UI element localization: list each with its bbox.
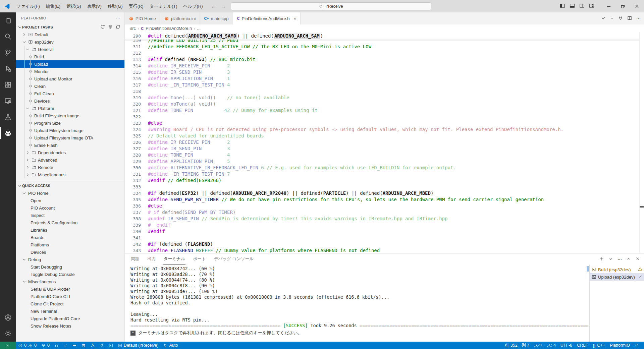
sidebar-item-monitor[interactable]: Monitor [16, 68, 124, 75]
sidebar-item-platforms[interactable]: Platforms [16, 241, 124, 248]
panel-tab-[interactable]: デバッグ コンソール [214, 253, 254, 265]
tab-pindefinitionsandmore-h[interactable]: CPinDefinitionsAndMore.h× [233, 12, 301, 24]
nav-forward[interactable]: → [221, 3, 226, 9]
statusbar-pio-build[interactable] [61, 342, 70, 349]
sidebar-item-esp32dev[interactable]: esp32dev [16, 38, 124, 46]
activitybar-platformio[interactable] [0, 125, 16, 141]
activitybar-source-control[interactable] [0, 45, 16, 61]
statusbar-pio-serial-port[interactable]: Auto [161, 342, 180, 349]
sidebar-item-upgrade-platformio-core[interactable]: Upgrade PlatformIO Core [16, 315, 124, 322]
tab-platformio-ini[interactable]: platformio.ini [160, 12, 200, 24]
tab-main-cpp[interactable]: C+main.cpp [200, 12, 233, 24]
more-actions[interactable]: ⋯ [636, 16, 641, 21]
section-quick-access[interactable]: QUICK ACCESS [16, 182, 124, 189]
breadcrumb-symbol[interactable]: ... [197, 26, 201, 31]
sidebar-item-platformio-core-cli[interactable]: PlatformIO Core CLI [16, 293, 124, 300]
nav-back[interactable]: ← [211, 3, 216, 9]
code-editor[interactable]: 290#elif defined(ARDUINO_ARCH_SAMD) || d… [125, 33, 644, 253]
statusbar-pio-test[interactable] [88, 342, 97, 349]
statusbar-pio-serial-monitor[interactable] [97, 342, 106, 349]
statusbar-pio-home[interactable] [52, 342, 61, 349]
toggle-panel[interactable] [570, 3, 575, 9]
sidebar-item-inspect[interactable]: Inspect [16, 212, 124, 219]
group-tasks[interactable] [108, 24, 113, 30]
statusbar-pio-ports[interactable]: 0 [39, 342, 52, 349]
sidebar-item-clean[interactable]: Clean [16, 82, 124, 90]
statusbar-remote-indicator[interactable] [0, 342, 16, 349]
panel-tab-[interactable]: 出力 [147, 253, 156, 265]
sidebar-item-general[interactable]: General [16, 46, 124, 53]
statusbar-problems[interactable]: 00 [16, 342, 39, 349]
tab-pio-home[interactable]: PIO Home [125, 12, 160, 24]
statusbar-notifications[interactable] [632, 342, 641, 349]
sidebar-item-upload-filesystem-image[interactable]: Upload Filesystem Image [16, 127, 124, 134]
customize-layout[interactable] [589, 3, 594, 9]
restore[interactable] [616, 0, 630, 12]
command-center-search[interactable]: irReceive [231, 2, 431, 10]
menu-f[interactable]: ファイル(F) [13, 2, 43, 11]
statusbar-pio-new-terminal[interactable] [106, 342, 115, 349]
maximize-panel[interactable] [626, 256, 631, 262]
sidebar-more-icon[interactable]: ⋯ [116, 16, 120, 20]
statusbar-cursor-position[interactable]: 行 352、列 7 [503, 342, 532, 349]
statusbar-indentation[interactable]: スペース: 4 [532, 342, 558, 349]
activitybar-search[interactable] [0, 28, 16, 45]
statusbar-encoding[interactable]: UTF-8 [558, 342, 575, 349]
new-terminal[interactable] [599, 256, 604, 262]
statusbar-pio-clean[interactable] [79, 342, 88, 349]
sidebar-item-full-clean[interactable]: Full Clean [16, 90, 124, 97]
sidebar-item-dependencies[interactable]: Dependencies [16, 149, 124, 156]
activitybar-extensions[interactable] [0, 77, 16, 93]
close-window[interactable] [630, 0, 644, 12]
sidebar-item-devices[interactable]: Devices [16, 97, 124, 105]
sidebar-item-serial-udp-plotter[interactable]: Serial & UDP Plotter [16, 285, 124, 293]
sidebar-item-miscellaneous[interactable]: Miscellaneous [16, 278, 124, 285]
terminal-instance-upload-esp32dev[interactable]: Upload (esp32dev) [590, 273, 644, 281]
sidebar-item-erase-flash[interactable]: Erase Flash [16, 141, 124, 149]
sidebar-item-upload-and-monitor[interactable]: Upload and Monitor [16, 75, 124, 82]
menu-v[interactable]: 表示(V) [84, 2, 105, 11]
panel-tab-[interactable]: 問題 [130, 253, 140, 265]
toggle-secondary-sidebar[interactable] [579, 3, 585, 9]
sidebar-item-debug[interactable]: Debug [16, 256, 124, 263]
sidebar-item-boards[interactable]: Boards [16, 234, 124, 241]
statusbar-pio-upload[interactable] [70, 342, 79, 349]
menu-r[interactable]: 実行(R) [126, 2, 147, 11]
more-actions[interactable]: ⋯ [618, 257, 622, 261]
sidebar-item-advanced[interactable]: Advanced [16, 156, 124, 164]
close-panel[interactable] [635, 256, 640, 262]
sidebar-item-miscellaneous[interactable]: Miscellaneous [16, 171, 124, 178]
editor-scrollbar[interactable] [639, 33, 644, 253]
menu-e[interactable]: 編集(E) [43, 2, 63, 11]
sidebar-item-build[interactable]: Build [16, 53, 124, 60]
menu-s[interactable]: 選択(S) [63, 2, 84, 11]
sidebar-item-start-debugging[interactable]: Start Debugging [16, 263, 124, 271]
sidebar-item-devices[interactable]: Devices [16, 248, 124, 256]
breadcrumb-file[interactable]: PinDefinitionsAndMore.h [146, 26, 192, 31]
activitybar-settings[interactable] [0, 326, 16, 342]
terminal-scrollbar[interactable] [587, 266, 589, 272]
sidebar-item-build-filesystem-image[interactable]: Build Filesystem Image [16, 112, 124, 119]
refresh[interactable] [100, 24, 105, 30]
panel-tab-[interactable]: ポート [193, 253, 206, 265]
close-icon[interactable]: × [294, 16, 297, 21]
activitybar-remote-explorer[interactable] [0, 93, 16, 109]
sidebar-item-pio-account[interactable]: PIO Account [16, 204, 124, 212]
serial-monitor[interactable] [618, 16, 623, 21]
activitybar-explorer[interactable] [0, 12, 16, 28]
statusbar-platformio-status[interactable]: PlatformIO [607, 342, 632, 349]
sidebar-item-default[interactable]: Default [16, 31, 124, 38]
sidebar-item-libraries[interactable]: Libraries [16, 226, 124, 234]
sidebar-item-remote[interactable]: Remote [16, 164, 124, 171]
sidebar-item-platform[interactable]: Platform [16, 105, 124, 112]
statusbar-pio-project-environment[interactable]: Default (irReceive) [115, 342, 161, 349]
terminal-instance-build-esp32dev[interactable]: Build (esp32dev) [590, 266, 644, 273]
breadcrumb-folder[interactable]: src [130, 26, 136, 31]
open-in-new-window[interactable] [116, 24, 120, 30]
activitybar-run-and-debug[interactable] [0, 61, 16, 77]
section-project-tasks[interactable]: PROJECT TASKS [16, 23, 124, 31]
menu-h[interactable]: ヘルプ(H) [180, 2, 206, 11]
sidebar-item-program-size[interactable]: Program Size [16, 119, 124, 127]
run-build-check[interactable] [601, 16, 606, 21]
run-dropdown[interactable] [610, 16, 614, 21]
